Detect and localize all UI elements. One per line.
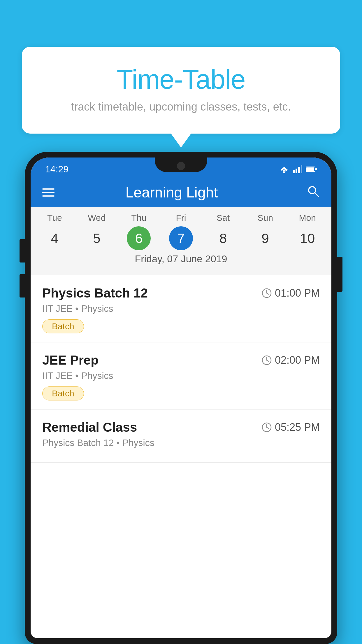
class-item-2[interactable]: JEE Prep 02:00 PM IIT JEE • Physics Batc… bbox=[31, 342, 331, 410]
day-label-tue: Tue bbox=[47, 213, 62, 223]
svg-rect-4 bbox=[296, 169, 297, 173]
day-cell-thu[interactable]: Thu 6 bbox=[118, 213, 160, 250]
status-time: 14:29 bbox=[45, 164, 68, 175]
power-button bbox=[337, 257, 342, 292]
svg-rect-9 bbox=[306, 167, 314, 171]
class-time-1: 01:00 PM bbox=[261, 287, 320, 299]
day-label-wed: Wed bbox=[88, 213, 106, 223]
menu-line-3 bbox=[42, 195, 55, 197]
clock-icon-3 bbox=[261, 422, 272, 433]
days-row: Tue 4 Wed 5 Thu 6 Fri 7 Sat 8 bbox=[31, 213, 331, 250]
day-cell-sun[interactable]: Sun 9 bbox=[244, 213, 287, 250]
class-item-3[interactable]: Remedial Class 05:25 PM Physics Batch 12… bbox=[31, 410, 331, 463]
class-name-2: JEE Prep bbox=[42, 353, 99, 368]
class-item-header-1: Physics Batch 12 01:00 PM bbox=[42, 286, 320, 300]
day-number-thu: 6 bbox=[127, 226, 151, 250]
day-label-fri: Fri bbox=[176, 213, 186, 223]
wifi-icon bbox=[279, 165, 289, 173]
svg-rect-5 bbox=[298, 167, 300, 173]
phone-notch bbox=[155, 158, 207, 172]
class-meta-2: IIT JEE • Physics bbox=[42, 370, 320, 381]
app-title: Learning Light bbox=[63, 184, 280, 201]
battery-icon bbox=[306, 166, 317, 172]
day-number-sat: 8 bbox=[211, 226, 235, 250]
day-label-sat: Sat bbox=[217, 213, 230, 223]
menu-line-2 bbox=[42, 192, 55, 193]
day-cell-mon[interactable]: Mon 10 bbox=[286, 213, 328, 250]
class-list: Physics Batch 12 01:00 PM IIT JEE • Phys… bbox=[31, 275, 331, 463]
clock-icon-2 bbox=[261, 355, 272, 365]
day-label-mon: Mon bbox=[299, 213, 316, 223]
menu-line-1 bbox=[42, 188, 55, 190]
svg-line-17 bbox=[267, 360, 269, 361]
calendar-strip: Tue 4 Wed 5 Thu 6 Fri 7 Sat 8 bbox=[31, 207, 331, 275]
svg-rect-6 bbox=[301, 165, 302, 173]
class-time-2: 02:00 PM bbox=[261, 354, 320, 366]
speech-bubble-section: Time-Table track timetable, upcoming cla… bbox=[22, 47, 340, 134]
clock-icon-1 bbox=[261, 288, 272, 298]
day-number-mon: 10 bbox=[296, 226, 319, 250]
day-cell-fri[interactable]: Fri 7 bbox=[160, 213, 202, 250]
volume-down-button bbox=[20, 274, 25, 298]
status-icons bbox=[279, 165, 317, 173]
menu-button[interactable] bbox=[42, 188, 55, 197]
phone-screen: 14:29 bbox=[31, 158, 331, 638]
bubble-title: Time-Table bbox=[45, 64, 317, 95]
search-button[interactable] bbox=[306, 184, 320, 201]
day-number-fri: 7 bbox=[169, 226, 193, 250]
speech-bubble: Time-Table track timetable, upcoming cla… bbox=[22, 47, 340, 134]
class-item-header-2: JEE Prep 02:00 PM bbox=[42, 353, 320, 368]
class-meta-1: IIT JEE • Physics bbox=[42, 303, 320, 314]
class-item-1[interactable]: Physics Batch 12 01:00 PM IIT JEE • Phys… bbox=[31, 275, 331, 342]
svg-rect-3 bbox=[293, 170, 295, 173]
day-cell-tue[interactable]: Tue 4 bbox=[34, 213, 76, 250]
svg-line-11 bbox=[315, 193, 319, 197]
phone-frame: 14:29 bbox=[25, 152, 337, 644]
svg-point-2 bbox=[283, 172, 285, 173]
phone-camera bbox=[177, 162, 185, 170]
class-time-3: 05:25 PM bbox=[261, 421, 320, 433]
class-item-header-3: Remedial Class 05:25 PM bbox=[42, 420, 320, 435]
day-number-sun: 9 bbox=[253, 226, 277, 250]
svg-line-14 bbox=[267, 293, 269, 294]
volume-up-button bbox=[20, 239, 25, 262]
day-label-sun: Sun bbox=[257, 213, 273, 223]
signal-icon bbox=[293, 165, 302, 173]
svg-line-20 bbox=[267, 427, 269, 428]
day-cell-wed[interactable]: Wed 5 bbox=[76, 213, 118, 250]
batch-badge-1: Batch bbox=[42, 319, 84, 333]
svg-rect-8 bbox=[315, 168, 317, 170]
batch-badge-2: Batch bbox=[42, 386, 84, 400]
day-label-thu: Thu bbox=[131, 213, 147, 223]
day-cell-sat[interactable]: Sat 8 bbox=[202, 213, 244, 250]
selected-date: Friday, 07 June 2019 bbox=[31, 250, 331, 269]
class-name-3: Remedial Class bbox=[42, 420, 137, 435]
day-number-tue: 4 bbox=[43, 226, 66, 250]
class-name-1: Physics Batch 12 bbox=[42, 286, 148, 300]
bubble-subtitle: track timetable, upcoming classes, tests… bbox=[45, 101, 317, 113]
day-number-wed: 5 bbox=[85, 226, 109, 250]
class-meta-3: Physics Batch 12 • Physics bbox=[42, 438, 320, 448]
app-bar: Learning Light bbox=[31, 178, 331, 207]
